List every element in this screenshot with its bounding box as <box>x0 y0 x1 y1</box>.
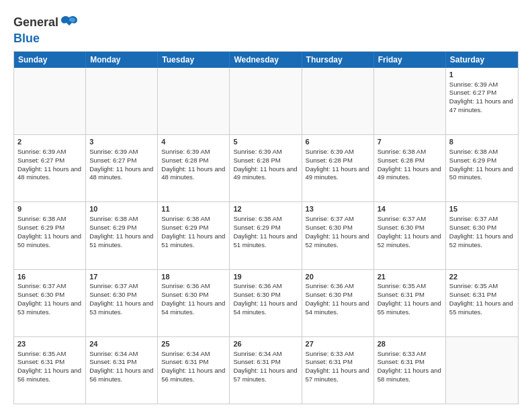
day-info-line: Sunset: 6:30 PM <box>89 291 154 300</box>
day-number: 10 <box>89 204 154 214</box>
page-header: General Blue <box>13 11 519 46</box>
day-number: 13 <box>306 204 370 214</box>
day-info-line: Daylight: 11 hours and 52 minutes. <box>449 232 515 250</box>
day-info-line: Sunrise: 6:38 AM <box>89 215 154 224</box>
day-info-line: Daylight: 11 hours and 54 minutes. <box>233 300 298 317</box>
day-number: 14 <box>378 204 442 214</box>
calendar-body: 1Sunrise: 6:39 AMSunset: 6:27 PMDaylight… <box>14 68 518 404</box>
day-info-line: Daylight: 11 hours and 56 minutes. <box>161 367 226 384</box>
day-cell-10: 10Sunrise: 6:38 AMSunset: 6:29 PMDayligh… <box>86 202 158 269</box>
day-number: 24 <box>89 339 154 349</box>
day-number: 2 <box>17 137 82 147</box>
day-info-line: Daylight: 11 hours and 50 minutes. <box>17 232 82 250</box>
day-number: 19 <box>233 272 298 282</box>
empty-cell <box>230 68 302 134</box>
day-number: 11 <box>161 204 226 214</box>
day-info-line: Sunset: 6:31 PM <box>161 358 226 367</box>
day-info-line: Sunrise: 6:36 AM <box>233 282 298 291</box>
day-cell-9: 9Sunrise: 6:38 AMSunset: 6:29 PMDaylight… <box>14 202 86 269</box>
day-cell-6: 6Sunrise: 6:39 AMSunset: 6:28 PMDaylight… <box>302 135 374 201</box>
day-cell-21: 21Sunrise: 6:35 AMSunset: 6:31 PMDayligh… <box>374 270 446 336</box>
header-day-sunday: Sunday <box>14 52 86 68</box>
day-info-line: Sunrise: 6:38 AM <box>233 215 298 224</box>
day-cell-1: 1Sunrise: 6:39 AMSunset: 6:27 PMDaylight… <box>446 68 518 134</box>
day-info-line: Daylight: 11 hours and 49 minutes. <box>306 165 370 183</box>
calendar-header: SundayMondayTuesdayWednesdayThursdayFrid… <box>14 52 518 68</box>
day-info-line: Daylight: 11 hours and 48 minutes. <box>161 165 226 183</box>
day-number: 12 <box>233 204 298 214</box>
day-cell-18: 18Sunrise: 6:36 AMSunset: 6:30 PMDayligh… <box>158 270 230 336</box>
day-cell-16: 16Sunrise: 6:37 AMSunset: 6:30 PMDayligh… <box>14 270 86 336</box>
day-info-line: Sunrise: 6:39 AM <box>306 148 370 156</box>
day-info-line: Sunset: 6:28 PM <box>378 156 442 165</box>
header-day-tuesday: Tuesday <box>158 52 230 68</box>
calendar-week-2: 2Sunrise: 6:39 AMSunset: 6:27 PMDaylight… <box>14 135 518 202</box>
day-cell-24: 24Sunrise: 6:34 AMSunset: 6:31 PMDayligh… <box>86 337 158 404</box>
header-day-friday: Friday <box>374 52 446 68</box>
day-info-line: Sunrise: 6:38 AM <box>161 215 226 224</box>
day-info-line: Sunset: 6:31 PM <box>378 291 442 300</box>
day-info-line: Sunrise: 6:36 AM <box>161 282 226 291</box>
day-info-line: Sunrise: 6:39 AM <box>17 148 82 156</box>
day-info-line: Daylight: 11 hours and 55 minutes. <box>378 300 442 317</box>
day-info-line: Daylight: 11 hours and 49 minutes. <box>378 165 442 183</box>
day-info-line: Sunrise: 6:39 AM <box>449 81 515 89</box>
calendar: SundayMondayTuesdayWednesdayThursdayFrid… <box>13 51 519 404</box>
day-info-line: Daylight: 11 hours and 56 minutes. <box>17 367 82 384</box>
day-info-line: Sunrise: 6:33 AM <box>306 350 370 359</box>
day-number: 23 <box>17 339 82 349</box>
logo-bird-icon <box>60 13 79 32</box>
day-info-line: Daylight: 11 hours and 53 minutes. <box>89 300 154 317</box>
empty-cell <box>86 68 158 134</box>
day-info-line: Daylight: 11 hours and 50 minutes. <box>449 165 515 183</box>
day-info-line: Sunrise: 6:37 AM <box>89 282 154 291</box>
day-info-line: Daylight: 11 hours and 52 minutes. <box>306 232 370 250</box>
day-info-line: Sunset: 6:30 PM <box>306 291 370 300</box>
day-number: 8 <box>449 137 515 147</box>
day-number: 3 <box>89 137 154 147</box>
day-number: 5 <box>233 137 298 147</box>
day-info-line: Sunset: 6:27 PM <box>17 156 82 165</box>
empty-cell <box>158 68 230 134</box>
day-cell-17: 17Sunrise: 6:37 AMSunset: 6:30 PMDayligh… <box>86 270 158 336</box>
day-info-line: Daylight: 11 hours and 49 minutes. <box>233 165 298 183</box>
day-number: 1 <box>449 70 515 80</box>
calendar-week-5: 23Sunrise: 6:35 AMSunset: 6:31 PMDayligh… <box>14 337 518 404</box>
day-info-line: Sunset: 6:28 PM <box>161 156 226 165</box>
header-day-thursday: Thursday <box>302 52 374 68</box>
day-cell-7: 7Sunrise: 6:38 AMSunset: 6:28 PMDaylight… <box>374 135 446 201</box>
day-info-line: Sunrise: 6:37 AM <box>449 215 515 224</box>
day-info-line: Sunrise: 6:39 AM <box>161 148 226 156</box>
day-number: 21 <box>378 272 442 282</box>
day-info-line: Sunrise: 6:39 AM <box>233 148 298 156</box>
day-number: 27 <box>306 339 370 349</box>
empty-cell <box>374 68 446 134</box>
day-info-line: Sunrise: 6:35 AM <box>17 350 82 359</box>
day-info-line: Sunrise: 6:37 AM <box>306 215 370 224</box>
day-cell-4: 4Sunrise: 6:39 AMSunset: 6:28 PMDaylight… <box>158 135 230 201</box>
day-info-line: Daylight: 11 hours and 51 minutes. <box>161 232 226 250</box>
day-info-line: Daylight: 11 hours and 52 minutes. <box>378 232 442 250</box>
day-info-line: Sunset: 6:29 PM <box>161 224 226 232</box>
empty-cell <box>446 337 518 404</box>
day-info-line: Sunset: 6:28 PM <box>233 156 298 165</box>
day-info-line: Sunrise: 6:35 AM <box>449 282 515 291</box>
day-info-line: Sunset: 6:30 PM <box>161 291 226 300</box>
day-info-line: Sunset: 6:29 PM <box>233 224 298 232</box>
day-info-line: Sunset: 6:31 PM <box>17 358 82 367</box>
day-number: 26 <box>233 339 298 349</box>
day-info-line: Sunset: 6:27 PM <box>449 89 515 97</box>
day-info-line: Sunset: 6:31 PM <box>89 358 154 367</box>
day-info-line: Sunset: 6:30 PM <box>449 224 515 232</box>
day-info-line: Sunset: 6:31 PM <box>378 358 442 367</box>
day-number: 18 <box>161 272 226 282</box>
day-info-line: Daylight: 11 hours and 51 minutes. <box>233 232 298 250</box>
day-info-line: Sunset: 6:31 PM <box>233 358 298 367</box>
logo: General Blue <box>13 13 79 46</box>
day-info-line: Sunrise: 6:36 AM <box>306 282 370 291</box>
day-cell-2: 2Sunrise: 6:39 AMSunset: 6:27 PMDaylight… <box>14 135 86 201</box>
day-info-line: Sunrise: 6:37 AM <box>378 215 442 224</box>
day-cell-14: 14Sunrise: 6:37 AMSunset: 6:30 PMDayligh… <box>374 202 446 269</box>
header-day-wednesday: Wednesday <box>230 52 302 68</box>
day-info-line: Sunrise: 6:38 AM <box>17 215 82 224</box>
